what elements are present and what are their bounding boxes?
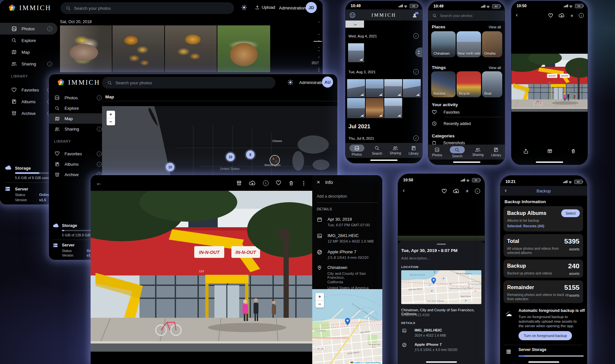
sidebar-item-sharing[interactable]: Sharing i <box>0 58 57 70</box>
more-options-kebab-icon[interactable]: ⋮ <box>301 180 306 186</box>
immich-logo[interactable]: IMMICH <box>57 78 100 87</box>
archive-button-icon[interactable] <box>236 180 242 186</box>
delete-trash-icon[interactable] <box>571 148 576 154</box>
photo-thumbnail[interactable]: ☁ <box>384 79 402 97</box>
location-mini-map[interactable]: Fort Mason US 101 Bay Street Union Stree… <box>312 289 382 364</box>
attribution-leaflet-link[interactable]: Leaflet <box>354 361 361 364</box>
map-cluster-marker-midwest[interactable]: 10 <box>226 153 235 161</box>
photo-thumbnail[interactable]: ☁ <box>366 79 384 97</box>
nav-photos[interactable]: Photos <box>432 147 442 157</box>
theme-toggle-button[interactable] <box>287 79 293 85</box>
favorite-heart-icon[interactable] <box>276 180 281 186</box>
info-icon[interactable]: i <box>475 189 480 194</box>
photo-innout-large[interactable] <box>91 191 312 352</box>
sidebar-item-photos[interactable]: Photos i <box>0 23 57 35</box>
sidebar-item-explore[interactable]: Explore <box>0 35 57 46</box>
description-input[interactable]: Add a description <box>317 194 347 199</box>
favorite-heart-icon[interactable] <box>548 13 553 18</box>
place-card-near-north-side[interactable]: Near north side <box>457 31 481 57</box>
delete-trash-icon[interactable] <box>288 180 294 186</box>
thing-card-bicycle[interactable]: Bicycle <box>457 71 481 97</box>
search-input[interactable]: Search your photos <box>102 77 275 89</box>
things-view-all-link[interactable]: View all <box>489 66 501 70</box>
thing-card-banana[interactable]: Banana <box>431 71 456 97</box>
sidebar-item-albums[interactable]: Albums i <box>49 159 106 169</box>
select-group-check[interactable]: ✓ <box>413 33 419 39</box>
home-indicator[interactable] <box>370 160 398 161</box>
upload-button[interactable]: Upload <box>255 5 275 10</box>
home-indicator[interactable] <box>528 361 559 363</box>
photo-thumbnail[interactable]: ☁ <box>348 43 364 62</box>
zoom-out-button[interactable]: − <box>107 118 115 125</box>
photo-thumbnail-partial[interactable]: ☁ <box>345 21 364 28</box>
select-group-check[interactable]: ✓ <box>413 69 419 75</box>
photo-mushroom-basket[interactable] <box>217 25 270 72</box>
photo-thumbnail[interactable]: ☁ <box>403 79 421 97</box>
back-arrow-icon[interactable]: ← <box>96 180 102 187</box>
sidebar-item-sharing[interactable]: Sharing i <box>49 124 106 134</box>
info-icon[interactable]: i <box>263 180 269 186</box>
back-chevron-icon[interactable]: ‹ <box>403 188 404 193</box>
photo-thumbnail[interactable]: ☁ <box>384 98 402 118</box>
search-input[interactable]: Search your photos <box>61 2 234 14</box>
profile-avatar-icon[interactable] <box>349 12 356 18</box>
nav-sharing[interactable]: Sharing <box>390 146 401 155</box>
photo-mushroom-3[interactable] <box>165 25 217 72</box>
home-indicator[interactable] <box>536 161 563 163</box>
select-button[interactable]: Select <box>561 209 580 217</box>
map-zoom-control[interactable]: + − <box>107 111 115 125</box>
photo-thumbnail[interactable]: ☁ <box>366 98 384 118</box>
immich-logo[interactable]: IMMICH <box>8 4 51 12</box>
user-avatar[interactable]: JD <box>306 2 317 13</box>
attribution-osm-link[interactable]: © OpenStreetMap <box>362 361 381 364</box>
mini-map-zoom-control[interactable]: + − <box>315 293 324 308</box>
detail-location[interactable]: Chinatown City and County of San Francis… <box>317 265 382 290</box>
home-indicator[interactable] <box>426 361 457 363</box>
turn-on-backup-button[interactable]: Turn on foreground backup <box>519 331 572 340</box>
photo-thumbnail[interactable]: ☁ <box>347 98 365 118</box>
home-indicator[interactable] <box>453 161 480 163</box>
photo-innout-mobile[interactable] <box>511 54 588 112</box>
user-avatar[interactable]: AU <box>322 77 333 88</box>
nav-sharing[interactable]: Sharing <box>472 147 483 157</box>
cloud-upload-icon[interactable] <box>249 181 256 186</box>
theme-toggle-button[interactable] <box>241 5 247 10</box>
timeline-drag-scrubber[interactable]: ▲▼ <box>415 48 422 57</box>
photo-mushroom-2[interactable] <box>112 25 164 72</box>
sidebar-item-explore[interactable]: Explore <box>49 103 106 113</box>
backup-cloud-user-icon[interactable] <box>412 12 418 18</box>
photo-mushroom-1[interactable] <box>60 25 112 72</box>
favorite-heart-icon[interactable] <box>442 189 447 194</box>
nav-library[interactable]: Library <box>491 147 501 157</box>
search-input[interactable]: Search your photos <box>428 10 505 21</box>
zoom-in-button[interactable]: + <box>107 111 115 118</box>
back-chevron-icon[interactable]: ‹ <box>516 12 518 18</box>
sidebar-item-photos[interactable]: Photos i <box>49 92 106 103</box>
place-card-omaha[interactable]: Omaha <box>482 31 502 57</box>
zoom-in-button[interactable]: + <box>315 293 324 300</box>
sidebar-item-map[interactable]: Map <box>0 46 57 58</box>
thing-card-boat[interactable]: Boat <box>482 71 502 97</box>
location-map[interactable]: Hyde Street Harbor The Embarcadero Jeffe… <box>401 270 481 304</box>
close-icon[interactable]: × <box>317 179 320 186</box>
archive-plus-icon[interactable] <box>547 148 552 154</box>
nav-search[interactable]: Search <box>372 146 382 155</box>
cloud-upload-icon[interactable] <box>453 189 460 193</box>
map-cluster-marker-illinois[interactable]: 8 <box>246 150 255 159</box>
add-plus-icon[interactable]: + <box>570 13 573 18</box>
add-plus-icon[interactable]: + <box>466 188 469 194</box>
sidebar-item-map-selected[interactable]: Map <box>49 113 106 124</box>
description-input[interactable]: Add description... <box>401 256 430 260</box>
nav-library[interactable]: Library <box>409 146 419 155</box>
select-group-check[interactable]: ✓ <box>413 135 419 141</box>
zoom-out-button[interactable]: − <box>315 300 324 308</box>
map-cluster-marker-california[interactable]: 10 <box>166 163 174 171</box>
sheet-drag-handle[interactable] <box>437 244 446 245</box>
photo-thumbnail[interactable]: ☁ <box>347 79 365 97</box>
activity-favorites-row[interactable]: Favorites <box>432 110 460 115</box>
photo-strip-partial[interactable] <box>398 236 485 241</box>
administration-link[interactable]: Administration <box>279 6 306 10</box>
activity-recent-row[interactable]: Recently added <box>432 121 471 126</box>
info-icon[interactable]: i <box>579 13 584 18</box>
nav-search-selected[interactable]: Search <box>450 146 465 158</box>
